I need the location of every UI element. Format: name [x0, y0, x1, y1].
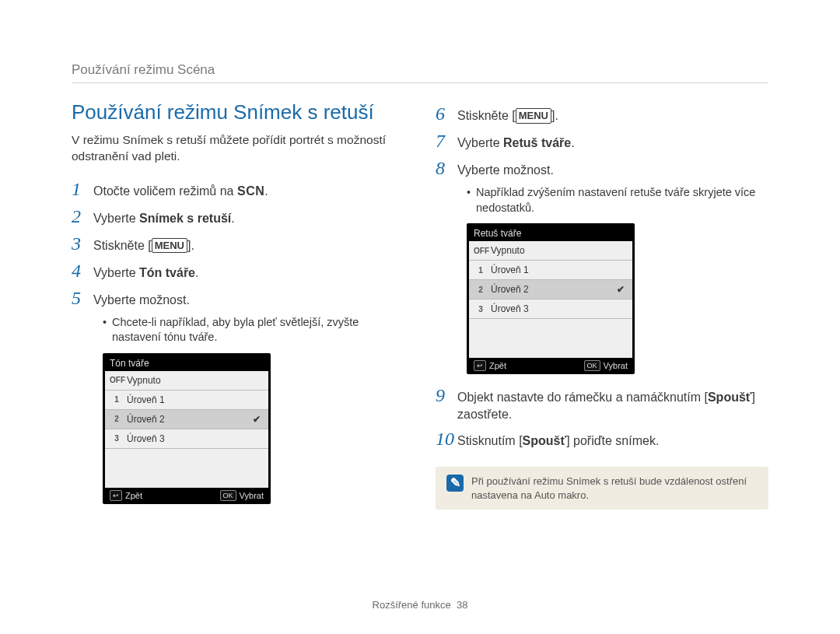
step-text: Otočte voličem režimů na: [93, 184, 237, 198]
ok-key-icon: OK: [220, 490, 236, 501]
lcd-spacer: [105, 449, 268, 488]
info-icon: ✎: [446, 475, 464, 492]
step-bold: Snímek s retuší: [139, 212, 231, 225]
lcd-ok-label: Vybrat: [604, 361, 628, 370]
step-text-tail: .: [571, 136, 574, 149]
lcd-row-label: Úroveň 1: [488, 264, 617, 275]
lcd-row-selected: 2 Úroveň 2 ✔: [105, 410, 268, 429]
lcd-row-icon: 3: [474, 305, 488, 313]
left-column: Používání režimu Snímek s retuší V režim…: [72, 100, 404, 510]
step-body: Stisknutím [Spoušť] pořiďte snímek.: [457, 433, 659, 450]
lcd-spacer: [469, 319, 632, 358]
step-7: 7 Vyberte Retuš tváře.: [436, 131, 768, 152]
lcd-back-label: Zpět: [489, 361, 506, 370]
lcd-row-label: Úroveň 3: [488, 303, 617, 314]
intro-paragraph: V režimu Snímek s retuší můžete pořídit …: [72, 132, 404, 165]
step-body: Vyberte možnost.: [457, 162, 554, 179]
lcd-row-icon: 1: [110, 395, 124, 404]
step-body: Otočte voličem režimů na SCN.: [93, 183, 268, 200]
step-body: Vyberte Snímek s retuší.: [93, 210, 235, 227]
step-number: 5: [72, 288, 93, 309]
section-title: Používání režimu Snímek s retuší: [72, 100, 404, 124]
lcd-row-label: Úroveň 1: [124, 394, 253, 405]
lcd-back: ↩ Zpět: [474, 360, 506, 371]
two-column-layout: Používání režimu Snímek s retuší V režim…: [72, 100, 768, 510]
lcd-footer: ↩ Zpět OK Vybrat: [469, 358, 632, 372]
lcd-row-label: Úroveň 2: [488, 284, 617, 295]
step-8: 8 Vyberte možnost.: [436, 158, 768, 179]
menu-icon: MENU: [152, 238, 187, 254]
check-icon: ✔: [253, 414, 264, 425]
back-key-icon: ↩: [474, 360, 486, 371]
footer-section: Rozšířené funkce: [373, 599, 451, 611]
lcd-row-label: Vypnuto: [124, 375, 253, 386]
step-5-sub: Chcete-li například, aby byla pleť světl…: [103, 315, 404, 345]
step-text-tail: .: [264, 184, 268, 198]
scn-icon: SCN: [237, 184, 264, 198]
step-body: Vyberte možnost.: [93, 292, 190, 309]
step-number: 4: [72, 261, 93, 282]
page-footer: Rozšířené funkce 38: [0, 599, 840, 611]
step-1: 1 Otočte voličem režimů na SCN.: [72, 179, 404, 200]
lcd-row-label: Vypnuto: [488, 245, 617, 256]
step-text-tail: ].: [187, 239, 194, 252]
lcd-title: Tón tváře: [105, 356, 268, 371]
step-text: Stisknutím [: [457, 434, 523, 447]
lcd-row: 3 Úroveň 3: [469, 299, 632, 319]
lcd-row-label: Úroveň 2: [124, 414, 253, 425]
back-key-icon: ↩: [110, 490, 122, 501]
lcd-title: Retuš tváře: [469, 226, 632, 241]
lcd-panel: Tón tváře OFF Vypnuto 1 Úroveň 1 2 Úrove…: [103, 353, 271, 504]
step-6: 6 Stiskněte [MENU].: [436, 103, 768, 124]
lcd-ok-label: Vybrat: [240, 491, 264, 500]
lcd-row-icon: OFF: [110, 376, 124, 384]
step-number: 8: [436, 158, 457, 179]
step-text: Stiskněte [: [93, 239, 152, 252]
lcd-row: 3 Úroveň 3: [105, 429, 268, 449]
step-text: Objekt nastavte do rámečku a namáčknutím…: [457, 391, 708, 404]
step-body: Vyberte Retuš tváře.: [457, 135, 575, 152]
step-8-sublist: Například zvýšením nastavení retuše tvář…: [467, 185, 768, 215]
lcd-row-selected: 2 Úroveň 2 ✔: [469, 280, 632, 299]
manual-page: Používání režimu Scéna Používání režimu …: [0, 0, 840, 634]
step-number: 3: [72, 233, 93, 254]
step-5: 5 Vyberte možnost.: [72, 288, 404, 309]
step-5-sublist: Chcete-li například, aby byla pleť světl…: [103, 315, 404, 345]
step-4: 4 Vyberte Tón tváře.: [72, 261, 404, 282]
step-bold: Spoušť: [708, 391, 752, 404]
note-text: Při používání režimu Snímek s retuší bud…: [471, 475, 758, 502]
lcd-ok: OK Vybrat: [584, 360, 628, 371]
note-box: ✎ Při používání režimu Snímek s retuší b…: [436, 467, 768, 510]
lcd-screenshot-retouch: Retuš tváře OFF Vypnuto 1 Úroveň 1 2 Úro…: [467, 223, 768, 374]
lcd-row: 1 Úroveň 1: [469, 261, 632, 280]
step-number: 1: [72, 179, 93, 200]
lcd-ok: OK Vybrat: [220, 490, 264, 501]
step-text-tail: .: [195, 266, 198, 279]
step-text: Vyberte: [457, 136, 503, 149]
step-2: 2 Vyberte Snímek s retuší.: [72, 206, 404, 227]
step-3: 3 Stiskněte [MENU].: [72, 233, 404, 254]
step-number: 2: [72, 206, 93, 227]
step-body: Stiskněte [MENU].: [93, 237, 194, 254]
lcd-row-label: Úroveň 3: [124, 433, 253, 444]
lcd-row-icon: OFF: [474, 247, 488, 255]
step-text: Stiskněte [: [457, 109, 516, 122]
step-text-tail: ] pořiďte snímek.: [566, 434, 659, 447]
lcd-row: OFF Vypnuto: [469, 241, 632, 261]
lcd-row-icon: 1: [474, 266, 488, 275]
step-text-tail: ].: [551, 109, 558, 122]
step-bold: Spoušť: [523, 434, 567, 447]
lcd-footer: ↩ Zpět OK Vybrat: [105, 488, 268, 502]
step-body: Stiskněte [MENU].: [457, 107, 558, 124]
step-body: Vyberte Tón tváře.: [93, 264, 198, 282]
lcd-back: ↩ Zpět: [110, 490, 142, 501]
lcd-screenshot-tone: Tón tváře OFF Vypnuto 1 Úroveň 1 2 Úrove…: [103, 353, 404, 504]
step-number: 7: [436, 131, 457, 152]
step-number: 9: [436, 385, 457, 406]
lcd-row: 1 Úroveň 1: [105, 391, 268, 410]
step-9: 9 Objekt nastavte do rámečku a namáčknut…: [436, 385, 768, 422]
menu-icon: MENU: [516, 108, 551, 124]
step-number: 6: [436, 103, 457, 124]
check-icon: ✔: [617, 284, 628, 295]
lcd-row-icon: 2: [110, 415, 124, 423]
